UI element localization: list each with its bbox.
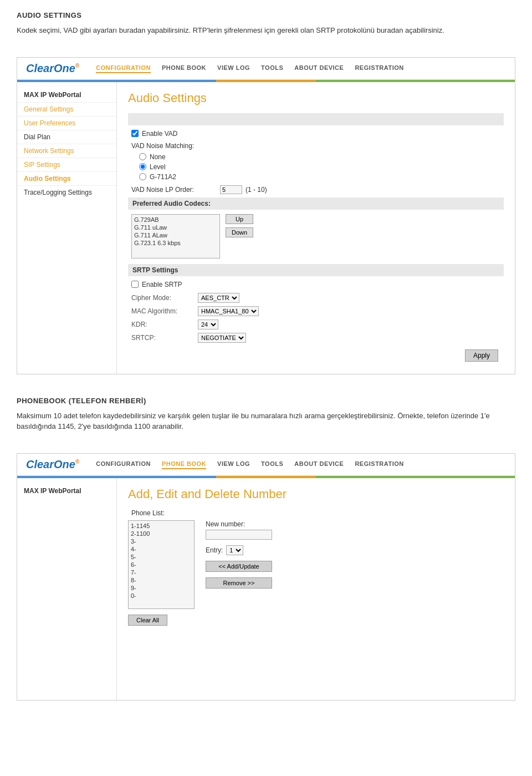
codecs-list[interactable]: G.729AB G.711 uLaw G.711 ALaw G.723.1 6.… [131, 214, 220, 258]
phone-entry-9[interactable]: 9- [130, 584, 193, 592]
sidebar-item-general-settings[interactable]: General Settings [17, 102, 116, 116]
portal-body-1: MAX IP WebPortal General Settings User P… [17, 82, 515, 374]
phone-entry-4[interactable]: 4- [130, 545, 193, 553]
nav-phonebook-2[interactable]: PHONE BOOK [162, 459, 206, 469]
phone-list-area: 1-1145 2-1100 3- 4- 5- 6- 7- 8- 9- 0- Ne… [128, 520, 504, 609]
enable-srtp-checkbox[interactable] [131, 281, 139, 288]
sidebar-1: MAX IP WebPortal General Settings User P… [17, 82, 117, 374]
phone-entry-1[interactable]: 1-1145 [130, 522, 193, 530]
nav-registration-2[interactable]: REGISTRATION [355, 459, 403, 469]
logo-text-2: ClearOne® [26, 458, 79, 470]
enable-vad-label: Enable VAD [142, 130, 177, 138]
remove-button[interactable]: Remove >> [206, 577, 272, 589]
phone-entry-0[interactable]: 0- [130, 592, 193, 600]
logo-dot-2: ® [75, 459, 79, 465]
portal-box-1: ClearOne® CONFIGURATION PHONE BOOK VIEW … [17, 57, 515, 374]
phone-entry-8[interactable]: 8- [130, 576, 193, 584]
codecs-section-label: Preferred Audio Codecs: [132, 200, 211, 207]
mac-algo-select[interactable]: HMAC_SHA1_80 [198, 306, 259, 316]
add-update-button[interactable]: << Add/Update [206, 561, 272, 572]
entry-row: Entry: 1 [206, 545, 272, 555]
apply-button[interactable]: Apply [465, 349, 498, 362]
vad-radio-group: None Level G-711A2 [139, 153, 500, 181]
radio-none[interactable] [139, 153, 146, 160]
audio-settings-para1: Kodek seçimi, VAD gibi ayarları buradan … [17, 25, 515, 36]
nav-bar-2: ClearOne® CONFIGURATION PHONE BOOK VIEW … [17, 454, 515, 476]
codec-up-button[interactable]: Up [226, 214, 253, 224]
vad-lp-range: (1 - 10) [245, 186, 267, 194]
codec-g711ulaw[interactable]: G.711 uLaw [133, 224, 218, 231]
clear-all-button[interactable]: Clear All [128, 615, 167, 626]
enable-srtp-label: Enable SRTP [142, 281, 182, 288]
mac-algo-row: MAC Algorithm: HMAC_SHA1_80 [128, 306, 504, 316]
kdr-label: KDR: [131, 321, 198, 328]
enable-srtp-row: Enable SRTP [128, 281, 504, 288]
nav-aboutdevice-1[interactable]: ABOUT DEVICE [294, 63, 344, 73]
phone-entry-7[interactable]: 7- [130, 569, 193, 576]
mac-algo-label: MAC Algorithm: [131, 307, 198, 315]
phone-entry-2[interactable]: 2-1100 [130, 530, 193, 537]
cipher-mode-row: Cipher Mode: AES_CTR [128, 293, 504, 303]
main-content-2: Add, Edit and Delete Number Phone List: … [117, 478, 515, 700]
radio-level-label: Level [150, 163, 166, 171]
phone-entry-3[interactable]: 3- [130, 537, 193, 545]
nav-tools-2[interactable]: TOOLS [261, 459, 283, 469]
nav-links-1: CONFIGURATION PHONE BOOK VIEW LOG TOOLS … [96, 63, 403, 73]
phone-list-box[interactable]: 1-1145 2-1100 3- 4- 5- 6- 7- 8- 9- 0- [128, 520, 195, 609]
radio-none-label: None [150, 153, 166, 161]
new-number-label: New number: [206, 520, 272, 528]
audio-settings-heading: AUDIO SETTINGS [17, 11, 515, 19]
enable-vad-checkbox[interactable] [131, 130, 139, 137]
nav-bar-1: ClearOne® CONFIGURATION PHONE BOOK VIEW … [17, 58, 515, 80]
nav-aboutdevice-2[interactable]: ABOUT DEVICE [294, 459, 344, 469]
sidebar-item-network-settings[interactable]: Network Settings [17, 144, 116, 158]
phone-list-label-row: Phone List: [128, 509, 504, 517]
sidebar-item-trace-logging[interactable]: Trace/Logging Settings [17, 185, 116, 199]
nav-registration-1[interactable]: REGISTRATION [355, 63, 403, 73]
main-content-1: Audio Settings Enable VAD VAD Noise Matc… [117, 82, 515, 374]
audio-settings-section: AUDIO SETTINGS Kodek seçimi, VAD gibi ay… [0, 0, 532, 52]
phone-list-label: Phone List: [131, 509, 203, 517]
radio-level[interactable] [139, 163, 146, 170]
codec-g729ab[interactable]: G.729AB [133, 216, 218, 224]
codecs-area: G.729AB G.711 uLaw G.711 ALaw G.723.1 6.… [131, 214, 500, 258]
nav-tools-1[interactable]: TOOLS [261, 63, 283, 73]
sidebar-item-audio-settings[interactable]: Audio Settings [17, 171, 116, 185]
nav-configuration-2[interactable]: CONFIGURATION [96, 459, 151, 469]
kdr-select[interactable]: 24 [198, 319, 218, 329]
phone-entry-5[interactable]: 5- [130, 553, 193, 561]
new-number-group: New number: [206, 520, 272, 540]
sidebar-item-user-preferences[interactable]: User Preferences [17, 116, 116, 130]
codec-buttons: Up Down [226, 214, 253, 237]
codec-down-button[interactable]: Down [226, 227, 253, 237]
codec-g7231[interactable]: G.723.1 6.3 kbps [133, 239, 218, 247]
phone-entry-6[interactable]: 6- [130, 561, 193, 569]
entry-label: Entry: [206, 546, 223, 554]
vad-lp-input[interactable] [220, 185, 242, 194]
phone-right-panel: New number: Entry: 1 << Add/Update Remov… [206, 520, 272, 589]
nav-viewlog-2[interactable]: VIEW LOG [217, 459, 250, 469]
phonebook-section: PHONEBOOK (TELEFON REHBERİ) Maksimum 10 … [0, 386, 532, 448]
codecs-section-header: Preferred Audio Codecs: [128, 197, 504, 210]
radio-g711a2[interactable] [139, 173, 146, 180]
srtp-section-label: SRTP Settings [132, 266, 178, 274]
entry-select[interactable]: 1 [226, 545, 243, 555]
portal-box-2: ClearOne® CONFIGURATION PHONE BOOK VIEW … [17, 453, 515, 701]
apply-row: Apply [128, 346, 504, 365]
codec-g711alaw[interactable]: G.711 ALaw [133, 231, 218, 239]
nav-phonebook-1[interactable]: PHONE BOOK [162, 63, 206, 73]
kdr-row: KDR: 24 [128, 319, 504, 329]
nav-viewlog-1[interactable]: VIEW LOG [217, 63, 250, 73]
clear-all-row: Clear All [128, 615, 504, 626]
nav-configuration-1[interactable]: CONFIGURATION [96, 63, 151, 73]
srtcp-select[interactable]: NEGOTIATE [198, 333, 246, 343]
cipher-mode-select[interactable]: AES_CTR [198, 293, 239, 303]
sidebar-item-dial-plan[interactable]: Dial Plan [17, 130, 116, 144]
cipher-mode-label: Cipher Mode: [131, 294, 198, 302]
sidebar-title-2: MAX IP WebPortal [17, 484, 116, 498]
new-number-input[interactable] [206, 530, 272, 540]
radio-level-row: Level [139, 163, 500, 171]
clearone-logo-2: ClearOne® [26, 458, 79, 471]
radio-g711a2-row: G-711A2 [139, 173, 500, 181]
sidebar-item-sip-settings[interactable]: SIP Settings [17, 158, 116, 171]
